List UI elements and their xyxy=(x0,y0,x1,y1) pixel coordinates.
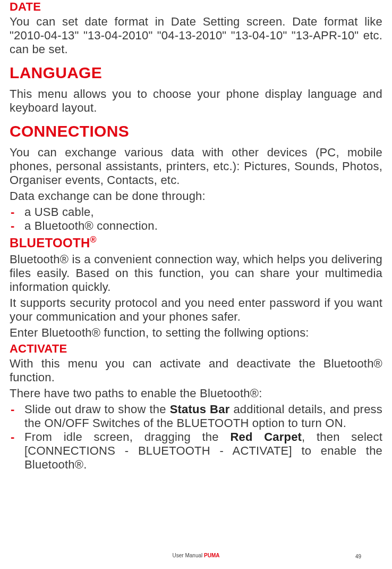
list-connections: a USB cable, a Bluetooth® connection. xyxy=(10,205,382,233)
heading-activate: ACTIVATE xyxy=(10,342,382,356)
list-item: a USB cable, xyxy=(10,205,382,219)
registered-icon: ® xyxy=(90,235,97,244)
heading-date: DATE xyxy=(10,0,382,14)
list-activate: Slide out draw to show the Status Bar ad… xyxy=(10,403,382,472)
heading-language: LANGUAGE xyxy=(10,64,382,82)
page: DATE You can set date format in Date Set… xyxy=(0,0,392,569)
list-item-bold: Status Bar xyxy=(170,403,230,416)
list-item: Slide out draw to show the Status Bar ad… xyxy=(10,403,382,430)
body-bluetooth-2: It supports security protocol and you ne… xyxy=(10,296,382,324)
footer-brand: PUMA xyxy=(204,553,219,558)
body-bluetooth-3: Enter Bluetooth® function, to setting th… xyxy=(10,326,382,340)
body-language: This menu allows you to choose your phon… xyxy=(10,87,382,115)
list-item-pre: Slide out draw to show the xyxy=(24,403,170,416)
heading-connections: CONNECTIONS xyxy=(10,122,382,140)
footer: User Manual PUMA xyxy=(0,553,392,558)
list-item: a Bluetooth® connection. xyxy=(10,219,382,233)
list-item-pre: From idle screen, dragging the xyxy=(24,430,230,444)
body-activate-2: There have two paths to enable the Bluet… xyxy=(10,387,382,400)
footer-label: User Manual xyxy=(173,553,204,558)
body-bluetooth-1: Bluetooth® is a convenient connection wa… xyxy=(10,253,382,294)
page-number: 49 xyxy=(355,554,361,559)
heading-bluetooth: BLUETOOTH® xyxy=(10,236,382,250)
list-item-bold: Red Carpet xyxy=(230,430,302,444)
list-item: From idle screen, dragging the Red Carpe… xyxy=(10,430,382,472)
heading-bluetooth-text: BLUETOOTH xyxy=(10,236,90,250)
body-connections-1: You can exchange various data with other… xyxy=(10,146,382,187)
body-activate-1: With this menu you can activate and deac… xyxy=(10,357,382,384)
body-date: You can set date format in Date Setting … xyxy=(10,15,382,56)
body-connections-2: Data exchange can be done through: xyxy=(10,189,382,203)
